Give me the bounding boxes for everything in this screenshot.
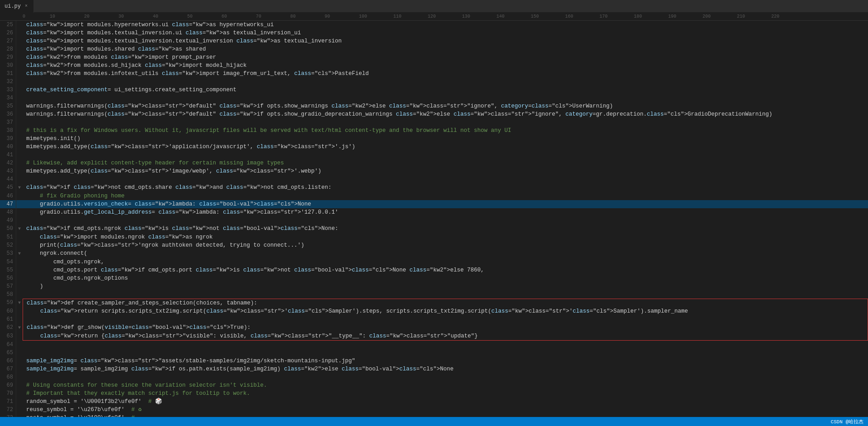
line-number: 61: [0, 315, 16, 323]
tab-ui-py[interactable]: ui.py ×: [0, 0, 34, 13]
line-number: 68: [0, 373, 16, 381]
code-line: [23, 341, 868, 349]
line-number: 54: [0, 258, 16, 266]
code-line: gradio.utils.get_local_ip_address= class…: [23, 208, 868, 216]
fold-marker: [16, 258, 23, 266]
line-number: 33: [0, 86, 16, 94]
code-line: warnings.filterwarnings(class="kw">class…: [23, 110, 868, 118]
table-row: 28class="kw">import modules.shared class…: [0, 45, 868, 53]
table-row: 69# Using constants for these since the …: [0, 381, 868, 389]
fold-marker: [16, 398, 23, 406]
table-row: 31class="kw2">from modules.infotext_util…: [0, 70, 868, 78]
fold-marker: [16, 274, 23, 282]
table-row: 60 class="kw">return scripts.scripts_txt…: [0, 307, 868, 315]
code-line: # fix Gradio phoning home: [23, 192, 868, 200]
fold-marker: [16, 365, 23, 373]
code-lines: 25class="kw">import modules.hypernetwork…: [0, 21, 868, 417]
fold-marker: [16, 61, 23, 70]
code-line: [23, 373, 868, 381]
code-line: class="kw">return {class="kw">class="str…: [23, 332, 868, 341]
table-row: 52 print(class="kw">class="str">'ngrok a…: [0, 241, 868, 249]
table-row: 33create_setting_component= ui_settings.…: [0, 86, 868, 94]
line-number: 25: [0, 21, 16, 29]
code-line: [23, 94, 868, 102]
fold-marker: [16, 241, 23, 249]
fold-marker: [16, 200, 23, 208]
table-row: 72reuse_symbol = '\u267b\ufe0f' # ♻: [0, 406, 868, 414]
line-number: 51: [0, 233, 16, 241]
code-line: class="kw">if class="kw">not cmd_opts.sh…: [23, 183, 868, 192]
line-number: 57: [0, 282, 16, 290]
table-row: 71random_symbol = '\U0001f3b2\ufe0f' # 🎲: [0, 398, 868, 406]
fold-marker[interactable]: ▼: [16, 225, 23, 233]
line-number: 59: [0, 299, 16, 307]
fold-marker: [16, 216, 23, 225]
fold-marker: [16, 45, 23, 53]
table-row: 68: [0, 373, 868, 381]
fold-marker: [16, 151, 23, 159]
table-row: 46 # fix Gradio phoning home: [0, 192, 868, 200]
line-number: 43: [0, 167, 16, 175]
line-number: 70: [0, 389, 16, 398]
line-number: 71: [0, 398, 16, 406]
code-line: class="kw">if cmd_opts.ngrok class="kw">…: [23, 225, 868, 233]
table-row: 67sample_img2img= sample_img2img class="…: [0, 365, 868, 373]
code-line: random_symbol = '\U0001f3b2\ufe0f' # 🎲: [23, 398, 868, 406]
line-number: 42: [0, 159, 16, 167]
code-line: mimetypes.init(): [23, 135, 868, 143]
table-row: 61: [0, 315, 868, 323]
line-number: 26: [0, 29, 16, 37]
fold-marker: [16, 208, 23, 216]
code-line: paste_symbol = '\u2199\ufe0f' # ↙: [23, 414, 868, 417]
tab-filename: ui.py: [5, 3, 21, 9]
fold-marker: [16, 37, 23, 45]
line-number: 72: [0, 406, 16, 414]
tab-close-icon[interactable]: ×: [24, 3, 29, 9]
table-row: 30class="kw2">from modules.sd_hijack cla…: [0, 61, 868, 70]
line-number: 40: [0, 143, 16, 151]
fold-marker: [16, 175, 23, 183]
code-line: class="kw">import modules.textual_invers…: [23, 37, 868, 45]
fold-marker[interactable]: ▼: [16, 183, 23, 192]
table-row: 65: [0, 349, 868, 357]
code-line: ngrok.connect(: [23, 249, 868, 258]
table-row: 34: [0, 94, 868, 102]
table-row: 39mimetypes.init(): [0, 135, 868, 143]
code-editor[interactable]: 25class="kw">import modules.hypernetwork…: [0, 21, 868, 417]
line-number: 29: [0, 53, 16, 61]
line-number: 53: [0, 249, 16, 258]
code-line: class="kw">import modules.hypernetworks.…: [23, 21, 868, 29]
fold-marker[interactable]: ▼: [16, 323, 23, 332]
table-row: 58: [0, 290, 868, 299]
line-number: 49: [0, 216, 16, 225]
line-number: 34: [0, 94, 16, 102]
code-line: class="kw2">from modules class="kw">impo…: [23, 53, 868, 61]
line-number: 62: [0, 323, 16, 332]
fold-marker: [16, 70, 23, 78]
line-number: 64: [0, 341, 16, 349]
fold-marker: [16, 282, 23, 290]
code-line: warnings.filterwarnings(class="kw">class…: [23, 102, 868, 110]
code-line: [23, 151, 868, 159]
table-row: 70# Important that they exactly match sc…: [0, 389, 868, 398]
code-line: class="kw">def create_sampler_and_steps_…: [23, 299, 868, 307]
fold-marker: [16, 349, 23, 357]
table-row: 48 gradio.utils.get_local_ip_address= cl…: [0, 208, 868, 216]
code-line: cmd_opts.ngrok_options: [23, 274, 868, 282]
fold-marker: [16, 307, 23, 315]
table-row: 44: [0, 175, 868, 183]
line-number: 52: [0, 241, 16, 249]
status-text: CSDN @哈拉杰: [830, 418, 863, 425]
line-number: 63: [0, 332, 16, 341]
code-line: [23, 290, 868, 299]
table-row: 37: [0, 118, 868, 126]
fold-marker: [16, 53, 23, 61]
code-line: gradio.utils.version_check= class="kw">l…: [23, 200, 868, 208]
line-number: 73: [0, 414, 16, 417]
fold-marker[interactable]: ▼: [16, 299, 23, 307]
code-line: mimetypes.add_type(class="kw">class="str…: [23, 143, 868, 151]
code-line: [23, 175, 868, 183]
code-line: # Important that they exactly match scri…: [23, 389, 868, 398]
fold-marker: [16, 290, 23, 299]
fold-marker[interactable]: ▼: [16, 249, 23, 258]
